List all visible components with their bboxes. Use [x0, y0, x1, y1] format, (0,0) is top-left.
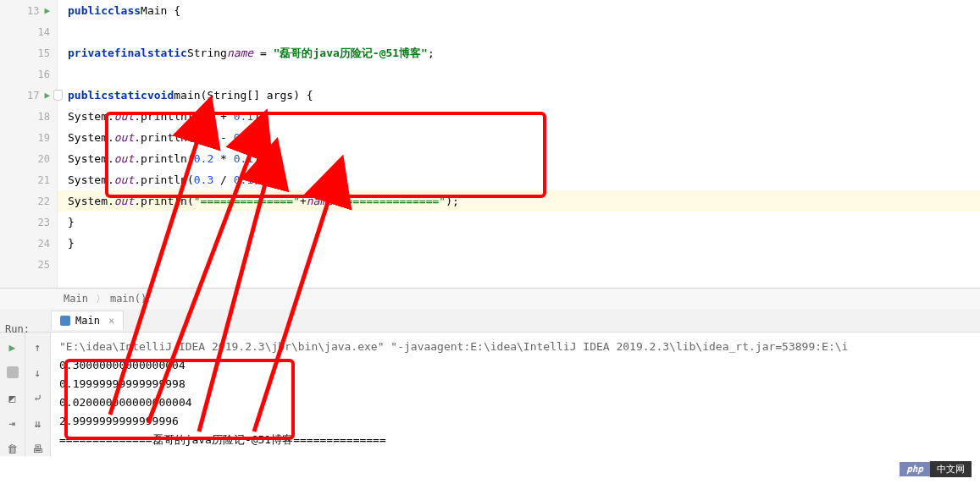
- number: 0.1: [234, 173, 253, 186]
- field-ref: out: [114, 131, 134, 144]
- chevron-right-icon: 〉: [96, 292, 106, 306]
- line-number: 23: [30, 217, 50, 228]
- keyword: static: [108, 89, 147, 102]
- field-ref: out: [114, 195, 134, 207]
- params: (String[] args) {: [201, 89, 313, 102]
- line-number: 21: [30, 174, 50, 186]
- up-arrow-icon[interactable]: ↑: [30, 339, 46, 355]
- keyword: void: [147, 89, 174, 102]
- console-line: 2.9999999999999996: [59, 412, 972, 431]
- wrap-icon[interactable]: ⤶: [30, 390, 46, 405]
- number: 0.3: [194, 173, 213, 186]
- method-call: .println(: [134, 110, 193, 123]
- field-ref: out: [114, 110, 134, 123]
- code-text: System.: [68, 195, 114, 207]
- run-panel-label: Run:: [5, 323, 30, 335]
- string-literal: "磊哥的java历险记-@51博客": [274, 46, 428, 61]
- keyword: public: [68, 4, 108, 17]
- code-content[interactable]: public class Main { private final static…: [58, 0, 980, 288]
- console-output[interactable]: "E:\idea\IntelliJ IDEA 2019.2.3\jbr\bin\…: [51, 333, 980, 456]
- scroll-end-icon[interactable]: ⇊: [30, 415, 46, 431]
- console-line: 0.30000000000000004: [59, 356, 972, 375]
- code-text: );: [253, 131, 267, 144]
- code-text: System.: [68, 173, 114, 186]
- line-number: 18: [30, 111, 50, 123]
- method-call: .println(: [134, 152, 193, 165]
- fold-indicator-icon[interactable]: [51, 85, 64, 106]
- number: 0.1: [234, 131, 253, 144]
- stop-button[interactable]: [5, 365, 20, 380]
- console-line: 0.19999999999999998: [59, 375, 972, 393]
- number: 0.1: [234, 110, 253, 123]
- line-number: 22: [30, 195, 50, 207]
- line-number: 15: [30, 47, 50, 59]
- application-icon: [60, 316, 70, 326]
- code-text: );: [253, 152, 267, 165]
- line-number: 19: [30, 132, 50, 144]
- camera-icon[interactable]: ◩: [5, 390, 20, 405]
- line-gutter: 13▶ 14 15 16 17▶ 18 19 20 21 22 23 24 25: [0, 0, 58, 288]
- console-line: ==============磊哥的java历险记-@51博客==========…: [59, 431, 972, 449]
- field-ref: name: [307, 195, 333, 207]
- line-number: 16: [30, 69, 50, 80]
- watermark-cn: 中文网: [930, 461, 972, 477]
- run-tabs: Main ×: [0, 309, 980, 333]
- field-ref: out: [114, 152, 134, 165]
- brace: }: [68, 216, 75, 228]
- breadcrumb-item[interactable]: Main: [64, 293, 88, 305]
- operator: +: [333, 195, 340, 207]
- code-text: );: [253, 173, 267, 186]
- breadcrumb[interactable]: Main 〉 main(): [0, 288, 980, 309]
- type: String: [187, 47, 227, 59]
- number: 0.2: [194, 152, 213, 165]
- method-call: .println(: [134, 173, 193, 186]
- keyword: class: [108, 4, 141, 17]
- semicolon: ;: [428, 47, 435, 59]
- method-call: .println(: [134, 195, 193, 207]
- operator: *: [213, 152, 233, 165]
- method-call: .println(: [134, 131, 193, 144]
- operator: +: [213, 110, 233, 123]
- number: 0.1: [234, 152, 253, 165]
- run-gutter-icon[interactable]: ▶: [44, 5, 50, 16]
- brace: {: [167, 4, 180, 17]
- field-name: name: [227, 47, 253, 59]
- console-line: 0.020000000000000004: [59, 393, 972, 412]
- code-text: System.: [68, 110, 114, 123]
- trash-icon[interactable]: 🗑: [5, 441, 20, 456]
- class-name: Main: [141, 4, 167, 17]
- line-number: 20: [30, 153, 50, 165]
- run-tab[interactable]: Main ×: [51, 311, 124, 330]
- run-panel: Main × ▶ ◩ ⇥ 🗑 ↑ ↓ ⤶ ⇊ 🖶 "E:\idea\Intell…: [0, 309, 980, 456]
- exit-icon[interactable]: ⇥: [5, 415, 20, 431]
- operator: -: [213, 131, 233, 144]
- line-number: 17: [19, 90, 39, 102]
- watermark: php 中文网: [900, 461, 972, 477]
- operator: /: [213, 173, 233, 186]
- close-icon[interactable]: ×: [108, 315, 114, 327]
- string-literal: "==============": [340, 195, 446, 207]
- run-toolbar-right: ↑ ↓ ⤶ ⇊ 🖶: [25, 333, 51, 456]
- watermark-php: php: [900, 462, 930, 476]
- operator: +: [300, 195, 307, 207]
- keyword: static: [147, 47, 187, 59]
- tab-label: Main: [75, 315, 100, 327]
- down-arrow-icon[interactable]: ↓: [30, 365, 46, 380]
- method-name: main: [174, 89, 200, 102]
- console-command: "E:\idea\IntelliJ IDEA 2019.2.3\jbr\bin\…: [59, 338, 972, 356]
- keyword: public: [68, 89, 108, 102]
- line-number: 14: [30, 26, 50, 38]
- number: 0.2: [194, 110, 213, 123]
- rerun-button[interactable]: ▶: [5, 339, 20, 355]
- number: 0.3: [194, 131, 213, 144]
- equals: =: [253, 47, 273, 59]
- code-editor[interactable]: 13▶ 14 15 16 17▶ 18 19 20 21 22 23 24 25…: [0, 0, 980, 288]
- print-icon[interactable]: 🖶: [30, 441, 46, 456]
- string-literal: "==============": [194, 195, 300, 207]
- code-text: System.: [68, 152, 114, 165]
- line-number: 25: [30, 259, 50, 271]
- run-gutter-icon[interactable]: ▶: [44, 90, 50, 101]
- breadcrumb-item[interactable]: main(): [110, 293, 147, 305]
- field-ref: out: [114, 173, 134, 186]
- code-text: System.: [68, 131, 114, 144]
